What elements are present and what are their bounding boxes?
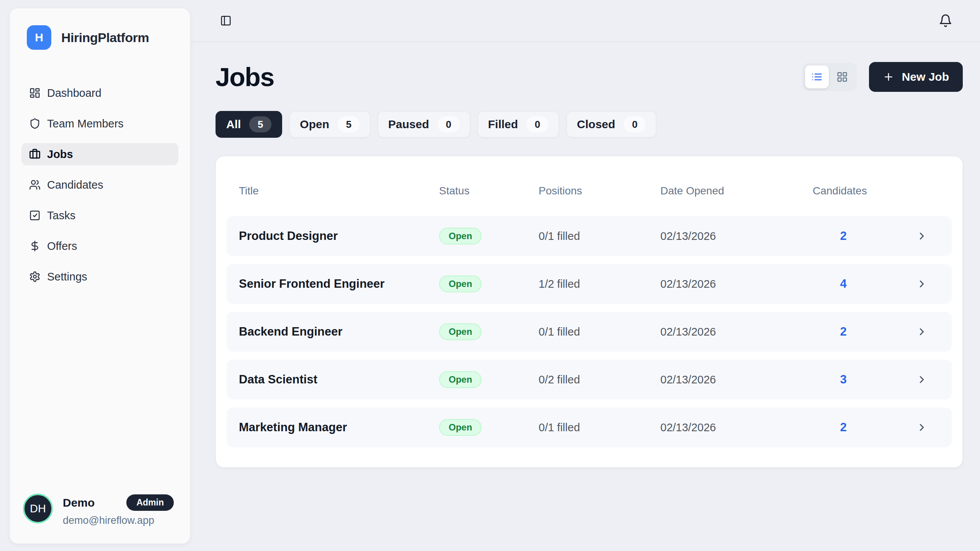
new-job-label: New Job [902,70,949,83]
status-badge: Open [439,419,482,436]
filter-open[interactable]: Open5 [289,111,371,138]
sidebar-item-label: Dashboard [47,87,101,99]
dollar-sign-icon [29,240,41,252]
avatar: DH [23,494,53,523]
status-badge: Open [439,323,482,340]
job-row[interactable]: Data ScientistOpen0/2 filled02/13/20263 [227,360,952,399]
date-opened: 02/13/2026 [660,326,813,338]
row-open-chevron[interactable] [913,278,930,290]
sidebar-item-offers[interactable]: Offers [21,235,178,257]
brand: H HiringPlatform [10,8,190,50]
date-opened: 02/13/2026 [660,421,813,434]
job-row[interactable]: Marketing ManagerOpen0/1 filled02/13/202… [227,408,952,447]
job-row[interactable]: Backend EngineerOpen0/1 filled02/13/2026… [227,312,952,352]
filter-count-badge: 0 [624,116,646,132]
filter-label: Open [300,118,329,131]
positions-filled: 0/2 filled [539,373,660,386]
user-info: Demo Admin demo@hireflow.app [63,494,174,527]
list-view-button[interactable] [805,65,829,88]
date-opened: 02/13/2026 [660,230,813,243]
jobs-table: Title Status Positions Date Opened Candi… [216,156,963,468]
candidates-count[interactable]: 2 [813,229,874,243]
main-area: Jobs New Job All5Open5Paused0Filled0Clos… [191,0,980,551]
square-check-icon [29,210,41,221]
candidates-count[interactable]: 2 [813,325,874,339]
chevron-right-icon [916,422,928,433]
topbar [191,0,980,42]
filter-label: Filled [488,118,518,131]
job-title: Data Scientist [239,373,439,386]
user-email: demo@hireflow.app [63,515,174,527]
filter-count-badge: 0 [438,116,460,132]
filter-count-badge: 0 [526,116,549,132]
list-icon [811,71,823,83]
filter-filled[interactable]: Filled0 [477,111,559,138]
briefcase-icon [29,148,41,160]
row-open-chevron[interactable] [913,422,930,433]
brand-logo: H [27,25,51,50]
chevron-right-icon [916,326,928,337]
shield-icon [29,118,41,129]
new-job-button[interactable]: New Job [869,62,963,92]
sidebar-item-settings[interactable]: Settings [21,266,178,288]
chevron-right-icon [916,374,928,385]
status-filters: All5Open5Paused0Filled0Closed0 [216,111,963,138]
panel-left-icon [220,15,232,26]
job-title: Product Designer [239,229,439,243]
notifications-button[interactable] [939,14,952,28]
user-box[interactable]: DH Demo Admin demo@hireflow.app [10,486,190,543]
gear-icon [29,271,41,282]
row-open-chevron[interactable] [913,326,930,337]
filter-label: Paused [388,118,429,131]
filter-label: Closed [577,118,615,131]
filter-all[interactable]: All5 [216,111,282,138]
sidebar-nav: Dashboard Team Members Jobs Candidates T… [10,82,190,288]
positions-filled: 0/1 filled [539,421,660,434]
row-open-chevron[interactable] [913,230,930,242]
sidebar-toggle-button[interactable] [220,15,232,26]
column-header-title: Title [239,185,439,197]
candidates-count[interactable]: 2 [813,421,874,434]
filter-paused[interactable]: Paused0 [377,111,470,138]
chevron-right-icon [916,278,928,290]
job-row[interactable]: Senior Frontend EngineerOpen1/2 filled02… [227,264,952,304]
chevron-right-icon [916,230,928,242]
grid-view-button[interactable] [830,65,854,88]
date-opened: 02/13/2026 [660,278,813,290]
sidebar: H HiringPlatform Dashboard Team Members … [9,8,191,544]
job-row[interactable]: Product DesignerOpen0/1 filled02/13/2026… [227,216,952,256]
job-title: Backend Engineer [239,325,439,339]
filter-count-badge: 5 [249,116,271,132]
candidates-count[interactable]: 3 [813,373,874,386]
sidebar-item-candidates[interactable]: Candidates [21,174,178,196]
sidebar-item-team-members[interactable]: Team Members [21,112,178,135]
sidebar-item-label: Team Members [47,117,124,130]
candidates-count[interactable]: 4 [813,277,874,291]
page-title: Jobs [216,62,274,92]
sidebar-item-tasks[interactable]: Tasks [21,204,178,227]
sidebar-item-label: Candidates [47,179,103,191]
plus-icon [883,71,894,83]
users-icon [29,179,41,191]
sidebar-item-label: Settings [47,271,87,283]
positions-filled: 0/1 filled [539,230,660,243]
layout-grid-icon [836,71,848,83]
column-header-positions: Positions [539,185,660,197]
date-opened: 02/13/2026 [660,373,813,386]
filter-closed[interactable]: Closed0 [566,111,657,138]
sidebar-item-jobs[interactable]: Jobs [21,143,178,165]
positions-filled: 0/1 filled [539,326,660,338]
sidebar-item-label: Offers [47,240,77,253]
filter-label: All [226,118,241,131]
bell-icon [939,14,952,28]
status-badge: Open [439,228,482,245]
sidebar-item-label: Tasks [47,209,75,222]
job-title: Senior Frontend Engineer [239,277,439,291]
sidebar-item-label: Jobs [47,148,73,161]
column-header-candidates: Candidates [813,185,874,197]
row-open-chevron[interactable] [913,374,930,385]
sidebar-item-dashboard[interactable]: Dashboard [21,82,178,104]
column-header-date-opened: Date Opened [660,185,813,197]
job-title: Marketing Manager [239,421,439,434]
role-badge: Admin [126,494,174,511]
